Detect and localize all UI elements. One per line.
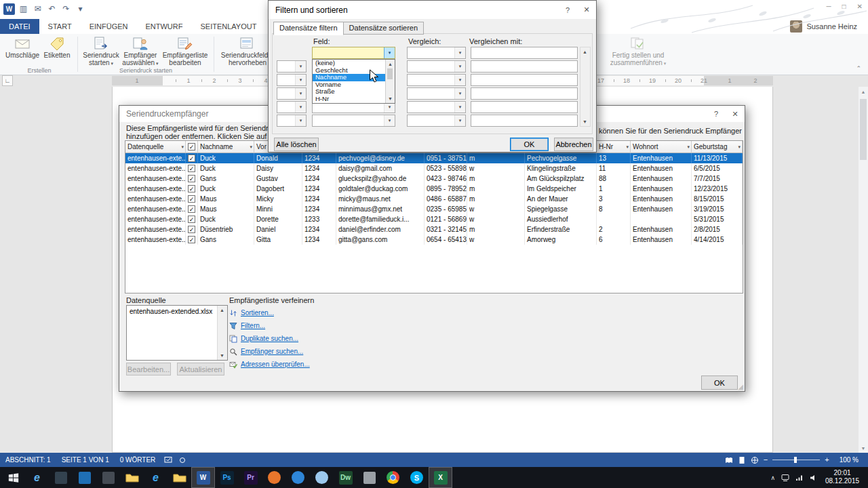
- chevron-down-icon[interactable]: ▾: [384, 115, 395, 126]
- recipient-row[interactable]: entenhausen-exte...✓GansGitta1234gitta@g…: [125, 235, 743, 245]
- filter-compare-input-6[interactable]: [471, 115, 578, 127]
- web-layout-icon[interactable]: [751, 456, 759, 464]
- filter-field-combo-1[interactable]: ▾: [312, 47, 395, 59]
- datasource-scrollbar[interactable]: ▲ ▼: [217, 306, 227, 360]
- tab-sort-records[interactable]: Datensätze sortieren: [343, 22, 425, 35]
- filter-comparison-combo-2[interactable]: ▾: [407, 60, 466, 73]
- customize-qat-icon[interactable]: ▾: [75, 3, 86, 15]
- column-header[interactable]: Datenquelle▾: [125, 141, 186, 153]
- scrollbar-thumb[interactable]: [387, 68, 393, 79]
- resize-grip[interactable]: ◢: [738, 383, 743, 390]
- save-icon[interactable]: ▥: [18, 3, 29, 15]
- column-header[interactable]: Wohnort▾: [631, 141, 692, 153]
- chevron-down-icon[interactable]: ▾: [454, 61, 465, 72]
- minimize-button[interactable]: ─: [826, 3, 831, 10]
- recipient-row[interactable]: entenhausen-exte...✓MausMinni1234minnima…: [125, 204, 743, 214]
- refine-link-find[interactable]: Empfänger suchen...: [229, 345, 310, 358]
- tab-stop-selector[interactable]: ∟: [2, 75, 13, 86]
- ribbon-button[interactable]: Etiketten: [40, 35, 74, 59]
- scroll-up-icon[interactable]: ▲: [580, 47, 589, 56]
- filter-compare-input-5[interactable]: [471, 101, 578, 113]
- app-blue-icon[interactable]: [286, 467, 310, 488]
- action-center-icon[interactable]: [781, 474, 789, 482]
- internet-explorer-pinned-icon[interactable]: e: [25, 467, 49, 488]
- ribbon-tab-start[interactable]: START: [39, 19, 81, 34]
- recipient-row[interactable]: entenhausen-exte...✓DuckDonald1234pechvo…: [125, 153, 743, 163]
- filter-comparison-combo-5[interactable]: ▾: [407, 101, 466, 113]
- filter-andor-combo-4[interactable]: ▾: [277, 87, 307, 100]
- select-all-header[interactable]: ✓: [186, 141, 198, 153]
- filter-andor-combo-5[interactable]: ▾: [277, 101, 307, 113]
- help-icon[interactable]: ?: [707, 106, 726, 122]
- zoom-slider-thumb[interactable]: [794, 457, 797, 463]
- network-icon[interactable]: [795, 474, 804, 481]
- refine-link-label[interactable]: Empfänger suchen...: [241, 348, 303, 355]
- refine-link-label[interactable]: Filtern...: [241, 322, 265, 329]
- dropdown-item[interactable]: H-Nr: [313, 96, 386, 103]
- column-header[interactable]: Geburtstag▾: [692, 141, 743, 153]
- skype-icon[interactable]: S: [405, 467, 429, 488]
- chevron-down-icon[interactable]: ▾: [626, 144, 629, 150]
- chevron-down-icon[interactable]: ▾: [454, 115, 465, 126]
- chevron-down-icon[interactable]: ▾: [454, 102, 465, 113]
- filter-compare-input-1[interactable]: [471, 47, 578, 59]
- scroll-down-icon[interactable]: ▼: [218, 351, 226, 360]
- chevron-down-icon[interactable]: ▾: [454, 47, 465, 58]
- zoom-in-button[interactable]: +: [825, 453, 829, 467]
- datasource-item[interactable]: entenhausen-extended.xlsx: [127, 306, 218, 317]
- chevron-down-icon[interactable]: ▾: [738, 144, 741, 150]
- column-header[interactable]: Nachname▾: [198, 141, 254, 153]
- taskbar-clock[interactable]: 20:01 08.12.2015: [821, 469, 864, 485]
- row-checkbox[interactable]: ✓: [188, 165, 195, 172]
- undo-icon[interactable]: ↶: [46, 3, 58, 15]
- start-icon[interactable]: [1, 467, 25, 488]
- app-gray-icon[interactable]: [357, 467, 381, 488]
- tab-filter-records[interactable]: Datensätze filtern: [273, 22, 344, 35]
- safari-icon[interactable]: [310, 467, 334, 488]
- internet-explorer-icon[interactable]: e: [144, 467, 167, 488]
- file-explorer-icon[interactable]: [167, 467, 191, 488]
- chevron-down-icon[interactable]: ▾: [295, 75, 306, 85]
- zoom-level[interactable]: 100 %: [834, 456, 864, 464]
- filter-comparison-combo-4[interactable]: ▾: [407, 87, 466, 100]
- recipients-ok-button[interactable]: OK: [701, 375, 738, 390]
- ribbon-button[interactable]: Umschläge: [5, 35, 40, 59]
- refresh-datasource-button[interactable]: Aktualisieren: [177, 363, 224, 375]
- filter-field-combo-6[interactable]: ▾: [312, 115, 395, 127]
- ribbon-tab-datei[interactable]: DATEI: [0, 19, 39, 34]
- recipient-row[interactable]: entenhausen-exte...✓DuckDagobert1234gold…: [125, 184, 743, 194]
- ribbon-tab-entwurf[interactable]: ENTWURF: [136, 19, 191, 34]
- refine-link-label[interactable]: Sortieren...: [241, 309, 274, 317]
- recipient-row[interactable]: entenhausen-exte...✓DuckDaisy1234daisy@g…: [125, 163, 743, 174]
- recipient-row[interactable]: entenhausen-exte...✓GansGustav1234glueck…: [125, 174, 743, 184]
- macro-record-icon[interactable]: [179, 457, 186, 464]
- clear-all-button[interactable]: Alle löschen: [274, 138, 319, 151]
- chevron-down-icon[interactable]: ▾: [454, 88, 465, 99]
- filter-grid-scrollbar[interactable]: ▲ ▼: [580, 47, 591, 127]
- recipient-row[interactable]: entenhausen-exte...✓DuckDorette1233doret…: [125, 214, 743, 224]
- filter-compare-input-4[interactable]: [471, 87, 578, 100]
- dropdown-item[interactable]: (keine): [313, 60, 386, 67]
- collapse-ribbon-icon[interactable]: ⌃: [856, 65, 861, 72]
- filter-cancel-button[interactable]: Abbrechen: [554, 138, 593, 151]
- zoom-out-button[interactable]: −: [764, 453, 768, 467]
- document-scrollbar[interactable]: ▲ ▼: [859, 87, 868, 453]
- ribbon-tab-seitenlayout[interactable]: SEITENLAYOUT: [191, 19, 265, 34]
- recipient-row[interactable]: entenhausen-exte...✓MausMicky1234micky@m…: [125, 194, 743, 204]
- firefox-icon[interactable]: [262, 467, 286, 488]
- zoom-slider[interactable]: [772, 460, 820, 460]
- ribbon-tab-einfügen[interactable]: EINFÜGEN: [81, 19, 137, 34]
- row-checkbox[interactable]: ✓: [188, 236, 195, 243]
- filter-andor-combo-6[interactable]: ▾: [277, 115, 307, 127]
- dreamweaver-icon[interactable]: Dw: [334, 467, 357, 488]
- recipient-row[interactable]: entenhausen-exte...✓DüsentriebDaniel1234…: [125, 224, 743, 235]
- datasource-listbox[interactable]: ▲ ▼ entenhausen-extended.xlsx: [126, 305, 228, 361]
- ribbon-button[interactable]: Empfängerliste bearbeiten: [160, 35, 210, 66]
- filter-comparison-combo-3[interactable]: ▾: [407, 74, 466, 86]
- app-steel-icon[interactable]: [49, 467, 73, 488]
- filter-compare-input-3[interactable]: [471, 74, 578, 86]
- scroll-up-icon[interactable]: ▲: [859, 87, 868, 96]
- chevron-down-icon[interactable]: ▾: [295, 88, 306, 99]
- chevron-down-icon[interactable]: ▾: [181, 144, 184, 150]
- refine-link-label[interactable]: Adressen überprüfen...: [241, 361, 310, 368]
